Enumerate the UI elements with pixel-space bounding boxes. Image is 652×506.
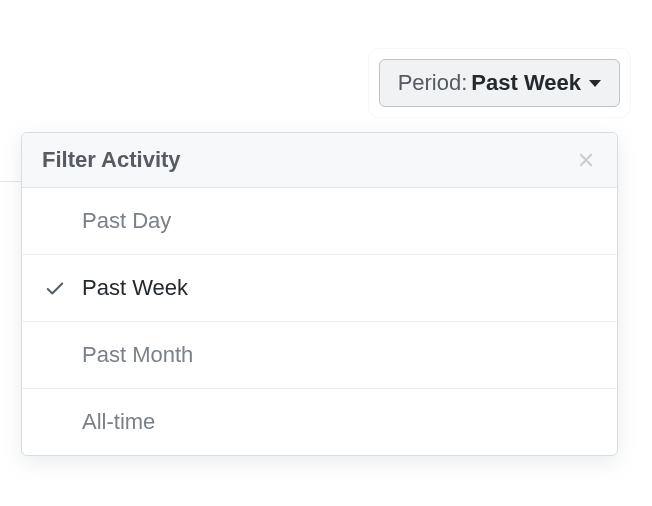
option-label: All-time	[82, 409, 155, 435]
period-value: Past Week	[471, 70, 581, 96]
option-past-day[interactable]: Past Day	[22, 188, 617, 255]
period-label: Period:	[398, 70, 468, 96]
close-icon[interactable]	[575, 149, 597, 171]
filter-activity-panel: Filter Activity Past Day Past Week Past …	[21, 132, 618, 456]
option-past-month[interactable]: Past Month	[22, 322, 617, 389]
period-dropdown-container: Period: Past Week	[369, 49, 630, 117]
period-dropdown-button[interactable]: Period: Past Week	[379, 59, 620, 107]
option-label: Past Week	[82, 275, 188, 301]
panel-title: Filter Activity	[42, 147, 181, 173]
option-label: Past Month	[82, 342, 193, 368]
chevron-down-icon	[589, 80, 601, 87]
divider	[0, 181, 22, 182]
panel-header: Filter Activity	[22, 133, 617, 188]
option-all-time[interactable]: All-time	[22, 389, 617, 455]
option-past-week[interactable]: Past Week	[22, 255, 617, 322]
check-icon	[44, 277, 66, 299]
option-label: Past Day	[82, 208, 171, 234]
